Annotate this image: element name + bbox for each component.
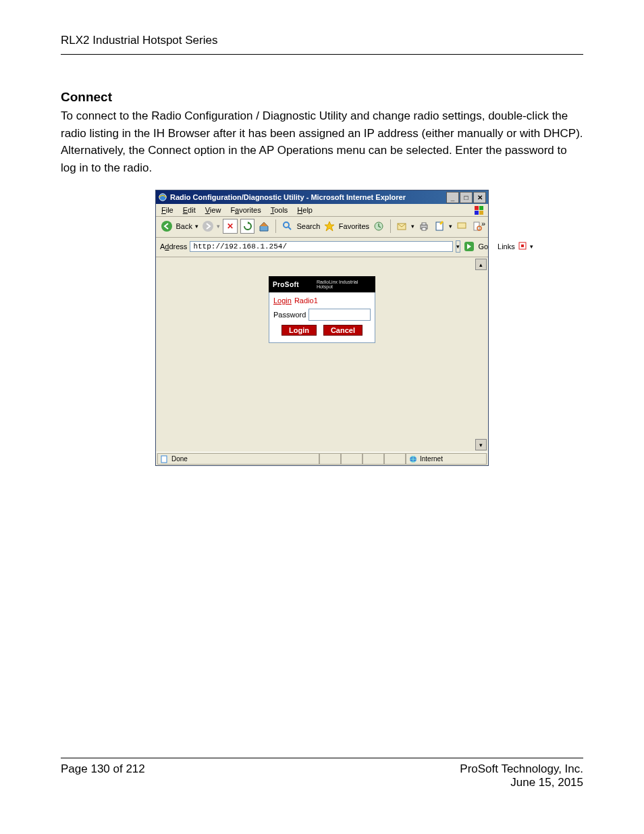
history-button[interactable] — [372, 219, 385, 233]
menu-file[interactable]: File — [161, 206, 173, 214]
ie-logo-icon — [158, 192, 167, 202]
menu-view[interactable]: View — [205, 206, 221, 214]
address-label: Address — [160, 242, 187, 251]
search-label[interactable]: Search — [296, 222, 320, 230]
status-cell-2 — [341, 453, 363, 465]
windows-flag-icon — [473, 205, 485, 217]
window-titlebar: Radio Configuration/Diagnostic Utility -… — [156, 190, 488, 204]
home-button[interactable] — [257, 219, 271, 233]
svg-rect-20 — [521, 244, 524, 247]
header-divider — [61, 54, 583, 55]
login-value: Radio1 — [294, 296, 318, 305]
address-dropdown[interactable]: ▾ — [456, 240, 460, 253]
login-panel: ProSoft RadioLinx Industrial Hotspot Log… — [269, 276, 375, 452]
back-button[interactable] — [160, 219, 173, 233]
menu-edit[interactable]: Edit — [183, 206, 196, 214]
section-title: Connect — [61, 90, 583, 105]
menu-bar: File Edit View Favorites Tools Help — [156, 204, 488, 217]
maximize-button[interactable]: □ — [460, 192, 473, 203]
svg-rect-4 — [479, 211, 483, 215]
svg-point-0 — [159, 194, 167, 201]
links-dropdown[interactable]: ▾ — [530, 243, 533, 250]
section-body: To connect to the Radio Configuration / … — [61, 107, 583, 176]
mail-dropdown[interactable]: ▾ — [411, 223, 414, 230]
search-icon[interactable] — [281, 219, 294, 233]
toolbar-overflow[interactable]: » — [481, 219, 485, 228]
svg-rect-12 — [422, 223, 426, 225]
status-bar: Done Internet — [156, 452, 488, 465]
svg-rect-15 — [458, 223, 466, 228]
edit-button[interactable] — [433, 219, 447, 233]
back-label[interactable]: Back — [176, 222, 192, 230]
forward-button[interactable] — [201, 219, 215, 233]
login-label: Login — [273, 296, 292, 305]
window-title: Radio Configuration/Diagnostic Utility -… — [170, 193, 406, 201]
go-button[interactable] — [463, 240, 475, 253]
menu-help[interactable]: Help — [297, 206, 313, 214]
back-dropdown[interactable]: ▾ — [195, 223, 198, 230]
links-icon[interactable] — [518, 241, 527, 252]
minimize-button[interactable]: _ — [446, 192, 459, 203]
discuss-button[interactable] — [455, 219, 468, 233]
password-input[interactable] — [308, 309, 371, 321]
svg-rect-1 — [475, 206, 479, 210]
status-main: Done — [157, 453, 319, 465]
cancel-button[interactable]: Cancel — [323, 325, 363, 336]
toolbar: Back ▾ ▾ ✕ Search — [156, 217, 488, 238]
doc-header-title: RLX2 Industrial Hotspot Series — [61, 34, 583, 47]
svg-point-5 — [161, 221, 172, 232]
status-cell-4 — [384, 453, 406, 465]
internet-zone-icon — [409, 455, 417, 463]
address-bar: Address http://192.168.1.254/ ▾ Go Links… — [156, 238, 488, 257]
stop-button[interactable]: ✕ — [223, 219, 238, 234]
favorites-label[interactable]: Favorites — [339, 222, 369, 230]
refresh-button[interactable] — [240, 219, 255, 234]
status-cell-1 — [319, 453, 341, 465]
status-zone: Internet — [406, 453, 487, 465]
page-icon — [161, 455, 169, 463]
address-input[interactable]: http://192.168.1.254/ — [190, 241, 453, 252]
footer-page-number: Page 130 of 212 — [61, 762, 145, 789]
status-text: Done — [171, 455, 188, 463]
print-button[interactable] — [417, 219, 431, 233]
footer-company: ProSoft Technology, Inc. — [460, 762, 583, 776]
svg-rect-21 — [161, 456, 167, 463]
svg-point-7 — [284, 222, 289, 228]
svg-rect-13 — [422, 228, 426, 230]
login-button[interactable]: Login — [281, 325, 317, 336]
status-cell-3 — [363, 453, 384, 465]
browser-window: Radio Configuration/Diagnostic Utility -… — [155, 190, 489, 466]
forward-dropdown[interactable]: ▾ — [217, 223, 220, 230]
go-label[interactable]: Go — [478, 242, 488, 251]
prosoft-logo: ProSoft — [273, 281, 299, 288]
status-zone-text: Internet — [420, 455, 443, 463]
svg-rect-2 — [479, 206, 483, 210]
password-label: Password — [273, 311, 306, 319]
svg-rect-3 — [475, 211, 479, 215]
product-label: RadioLinx Industrial Hotspot — [317, 280, 371, 289]
close-button[interactable]: ✕ — [473, 192, 486, 203]
edit-dropdown[interactable]: ▾ — [449, 223, 452, 230]
favorites-icon[interactable] — [323, 219, 336, 233]
scroll-up-button[interactable]: ▴ — [475, 259, 487, 270]
links-label[interactable]: Links — [498, 242, 515, 251]
mail-button[interactable] — [396, 219, 409, 233]
svg-point-6 — [203, 221, 213, 232]
svg-line-8 — [288, 227, 291, 230]
login-header: ProSoft RadioLinx Industrial Hotspot — [269, 276, 375, 292]
scroll-down-button[interactable]: ▾ — [475, 439, 487, 450]
browser-viewport: ▴ ▾ ProSoft RadioLinx Industrial Hotspot… — [156, 257, 488, 452]
menu-favorites[interactable]: Favorites — [230, 206, 261, 214]
footer-date: June 15, 2015 — [460, 776, 583, 789]
menu-tools[interactable]: Tools — [271, 206, 288, 214]
footer-divider — [61, 758, 583, 758]
